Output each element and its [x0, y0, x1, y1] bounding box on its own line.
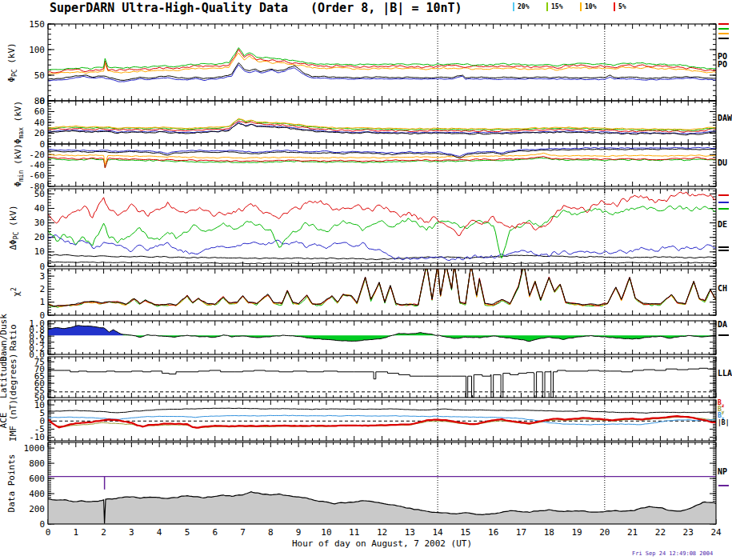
svg-text:400: 400	[29, 489, 45, 499]
svg-text:9: 9	[296, 527, 302, 538]
x-axis-title: Hour of day on August, 7 2002 (UT)	[48, 538, 716, 549]
svg-text:12: 12	[377, 527, 387, 538]
svg-text:1: 1	[39, 297, 45, 307]
right-legend-dash-0	[718, 23, 729, 25]
svg-text:1000: 1000	[24, 443, 46, 454]
svg-text:-40: -40	[29, 160, 45, 170]
svg-text:20: 20	[34, 128, 45, 138]
svg-text:50: 50	[34, 70, 45, 81]
svg-text:8: 8	[268, 527, 274, 538]
svg-text:-10: -10	[29, 432, 45, 442]
right-legend-dash-2	[718, 33, 729, 34]
svg-text:11: 11	[349, 527, 359, 538]
svg-text:80: 80	[34, 96, 45, 106]
svg-text:IMF (nT): IMF (nT)	[8, 399, 18, 442]
svg-text:1: 1	[73, 527, 78, 538]
superdarn-plot-page: SuperDARN Ultra-High-Quality Data (Order…	[0, 0, 732, 560]
svg-text:23: 23	[683, 527, 694, 538]
svg-text:21: 21	[627, 527, 638, 538]
svg-text:5: 5	[185, 527, 190, 538]
svg-text:3: 3	[39, 271, 45, 282]
svg-text:800: 800	[29, 458, 45, 469]
svg-text:7: 7	[240, 527, 246, 538]
svg-text:0: 0	[39, 139, 45, 150]
generation-timestamp: Fri Sep 24 12:49:08 2004	[632, 550, 713, 557]
right-legend-dash-6	[718, 208, 729, 210]
svg-text:16: 16	[488, 527, 498, 538]
svg-text:Φmax (kV): Φmax (kV)	[13, 101, 25, 144]
svg-text:6: 6	[212, 527, 218, 538]
svg-text:150: 150	[29, 19, 45, 30]
svg-text:20: 20	[599, 527, 610, 538]
svg-text:0: 0	[39, 519, 45, 530]
svg-text:19: 19	[571, 527, 582, 538]
svg-text:14: 14	[432, 527, 443, 538]
svg-text:-20: -20	[29, 150, 45, 160]
svg-text:60: 60	[34, 106, 45, 117]
svg-text:(degrees): (degrees)	[8, 354, 18, 402]
svg-text:13: 13	[405, 527, 415, 538]
right-legend-dash-10	[718, 485, 729, 486]
svg-text:40: 40	[34, 203, 45, 214]
svg-text:40: 40	[34, 118, 45, 128]
right-legend-dash-7	[718, 246, 729, 248]
right-legend-dash-3	[718, 38, 729, 39]
svg-text:2: 2	[39, 284, 45, 294]
right-axis-legend-dashes	[718, 0, 732, 560]
right-legend-dash-9	[718, 334, 729, 336]
svg-text:χ2: χ2	[10, 287, 22, 297]
svg-text:22: 22	[655, 527, 666, 538]
svg-text:ΦPC (kV): ΦPC (kV)	[6, 42, 18, 82]
svg-text:Φmin (kV): Φmin (kV)	[13, 143, 25, 186]
svg-text:17: 17	[516, 527, 526, 538]
svg-text:15: 15	[460, 527, 470, 538]
svg-text:ΔΦPC (kV): ΔΦPC (kV)	[8, 205, 20, 250]
svg-text:2: 2	[101, 527, 106, 538]
right-legend-dash-5	[718, 202, 729, 203]
svg-text:600: 600	[29, 474, 45, 484]
svg-text:10: 10	[34, 246, 45, 257]
svg-text:100: 100	[29, 45, 45, 55]
svg-text:3: 3	[129, 527, 134, 538]
svg-text:10: 10	[321, 527, 331, 538]
chart-canvas: 150100500ΦPC (kV)806040200Φmax (kV)-20-4…	[0, 0, 732, 560]
svg-text:30: 30	[34, 218, 45, 228]
svg-text:20: 20	[34, 232, 45, 242]
svg-text:Ratio: Ratio	[8, 324, 18, 350]
svg-text:Data Points: Data Points	[6, 454, 17, 513]
svg-text:200: 200	[29, 504, 45, 514]
right-legend-dash-4	[718, 194, 729, 196]
svg-text:18: 18	[544, 527, 554, 538]
right-legend-dash-8	[718, 250, 729, 251]
svg-text:-60: -60	[29, 170, 45, 181]
svg-text:4: 4	[157, 527, 162, 538]
right-legend-dash-1	[718, 28, 729, 30]
svg-text:0: 0	[46, 527, 51, 538]
svg-text:50: 50	[34, 189, 45, 199]
svg-text:0: 0	[39, 262, 45, 272]
